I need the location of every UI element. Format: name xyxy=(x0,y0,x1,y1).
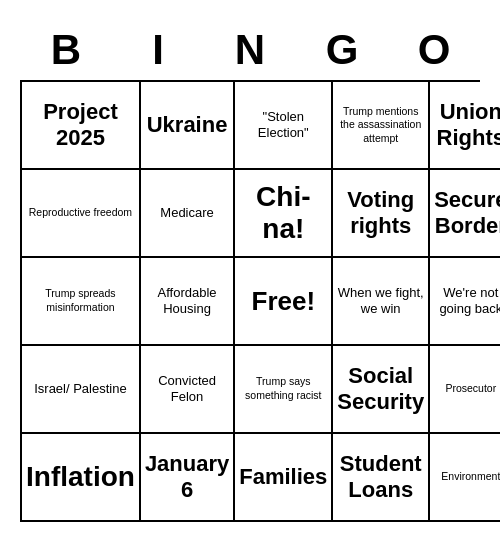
bingo-cell: When we fight, we win xyxy=(333,258,430,346)
bingo-cell: Environment xyxy=(430,434,500,522)
bingo-cell: Ukraine xyxy=(141,82,235,170)
cell-text: Affordable Housing xyxy=(145,285,229,316)
cell-text: When we fight, we win xyxy=(337,285,424,316)
cell-text: Reproductive freedom xyxy=(29,206,132,220)
header-letter: N xyxy=(204,22,296,78)
cell-text: Secure Border xyxy=(434,187,500,240)
cell-text: We're not going back xyxy=(434,285,500,316)
cell-text: Project 2025 xyxy=(26,99,135,152)
bingo-cell: Israel/ Palestine xyxy=(22,346,141,434)
bingo-cell: Trump mentions the assassination attempt xyxy=(333,82,430,170)
bingo-cell: Inflation xyxy=(22,434,141,522)
cell-text: Israel/ Palestine xyxy=(34,381,127,397)
header-letter: G xyxy=(296,22,388,78)
bingo-cell: Chi-na! xyxy=(235,170,333,258)
bingo-cell: "Stolen Election" xyxy=(235,82,333,170)
bingo-cell: Union Rights xyxy=(430,82,500,170)
cell-text: Convicted Felon xyxy=(145,373,229,404)
bingo-cell: Student Loans xyxy=(333,434,430,522)
bingo-cell: Prosecutor xyxy=(430,346,500,434)
bingo-cell: Trump spreads misinformation xyxy=(22,258,141,346)
cell-text: Trump spreads misinformation xyxy=(26,287,135,314)
header-letter: I xyxy=(112,22,204,78)
cell-text: Chi-na! xyxy=(239,181,327,245)
bingo-cell: Reproductive freedom xyxy=(22,170,141,258)
bingo-card: BINGO Project 2025Ukraine"Stolen Electio… xyxy=(10,12,490,532)
bingo-cell: Families xyxy=(235,434,333,522)
bingo-cell: Convicted Felon xyxy=(141,346,235,434)
bingo-cell: Social Security xyxy=(333,346,430,434)
bingo-cell: Free! xyxy=(235,258,333,346)
cell-text: "Stolen Election" xyxy=(239,109,327,140)
cell-text: Student Loans xyxy=(337,451,424,504)
header-letter: O xyxy=(388,22,480,78)
bingo-header: BINGO xyxy=(20,22,480,78)
cell-text: Voting rights xyxy=(337,187,424,240)
bingo-grid: Project 2025Ukraine"Stolen Election"Trum… xyxy=(20,80,480,522)
bingo-cell: Secure Border xyxy=(430,170,500,258)
bingo-cell: Medicare xyxy=(141,170,235,258)
cell-text: Trump says something racist xyxy=(239,375,327,402)
cell-text: Environment xyxy=(441,470,500,484)
cell-text: Free! xyxy=(252,286,316,317)
bingo-cell: Trump says something racist xyxy=(235,346,333,434)
cell-text: Prosecutor xyxy=(445,382,496,396)
cell-text: January 6 xyxy=(145,451,229,504)
bingo-cell: January 6 xyxy=(141,434,235,522)
bingo-cell: Affordable Housing xyxy=(141,258,235,346)
header-letter: B xyxy=(20,22,112,78)
bingo-cell: Voting rights xyxy=(333,170,430,258)
cell-text: Ukraine xyxy=(147,112,228,138)
cell-text: Inflation xyxy=(26,461,135,493)
cell-text: Trump mentions the assassination attempt xyxy=(337,105,424,146)
cell-text: Union Rights xyxy=(434,99,500,152)
cell-text: Social Security xyxy=(337,363,424,416)
bingo-cell: Project 2025 xyxy=(22,82,141,170)
bingo-cell: We're not going back xyxy=(430,258,500,346)
cell-text: Medicare xyxy=(160,205,213,221)
cell-text: Families xyxy=(239,464,327,490)
